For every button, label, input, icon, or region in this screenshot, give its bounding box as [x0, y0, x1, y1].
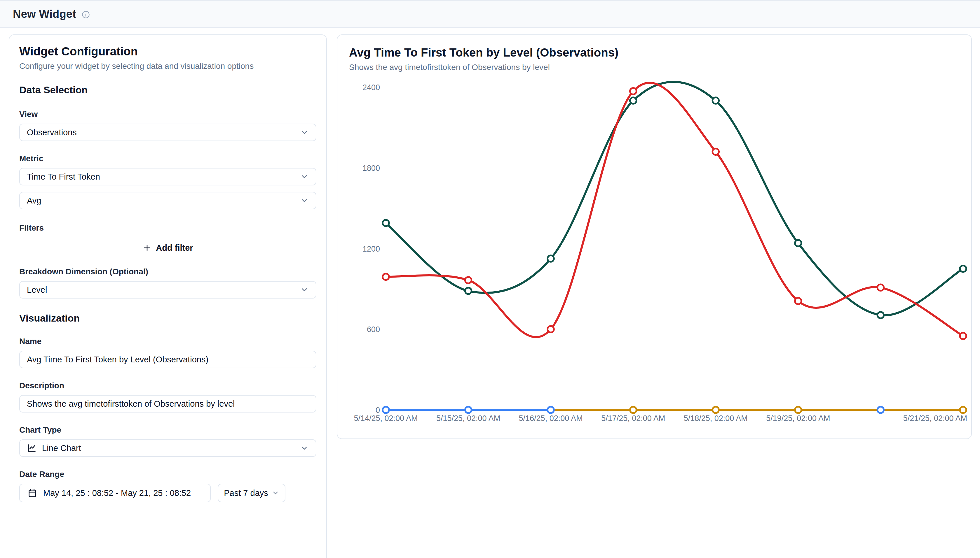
chevron-down-icon [300, 172, 309, 181]
data-selection-heading: Data Selection [19, 84, 316, 96]
line-chart-icon [27, 443, 37, 453]
filters-label: Filters [19, 223, 316, 233]
svg-text:5/14/25, 02:00 AM: 5/14/25, 02:00 AM [354, 414, 418, 423]
add-filter-label: Add filter [156, 243, 193, 253]
svg-text:5/19/25, 02:00 AM: 5/19/25, 02:00 AM [766, 414, 830, 423]
calendar-icon [28, 488, 37, 498]
view-label: View [19, 110, 316, 119]
svg-text:1200: 1200 [362, 245, 380, 253]
svg-text:5/15/25, 02:00 AM: 5/15/25, 02:00 AM [436, 414, 500, 423]
config-panel-subtitle: Configure your widget by selecting data … [19, 62, 316, 71]
chart-type-select[interactable]: Line Chart [19, 439, 316, 457]
metric-select-value: Time To First Token [27, 172, 100, 182]
description-input[interactable] [19, 395, 316, 412]
svg-text:1800: 1800 [362, 164, 380, 172]
chevron-down-icon [300, 444, 309, 453]
breakdown-dimension-select[interactable]: Level [19, 281, 316, 299]
date-range-label: Date Range [19, 470, 316, 479]
main-content: Widget Configuration Configure your widg… [0, 28, 980, 558]
add-filter-button[interactable]: Add filter [124, 240, 212, 255]
view-select[interactable]: Observations [19, 124, 316, 141]
breakdown-dimension-label: Breakdown Dimension (Optional) [19, 267, 316, 276]
page-title: New Widget [13, 8, 76, 20]
breakdown-dimension-value: Level [27, 285, 47, 295]
chart-type-value: Line Chart [42, 443, 81, 453]
chart-title: Avg Time To First Token by Level (Observ… [349, 46, 960, 59]
aggregation-select[interactable]: Avg [19, 192, 316, 209]
svg-text:5/16/25, 02:00 AM: 5/16/25, 02:00 AM [519, 414, 583, 423]
date-range-value: May 14, 25 : 08:52 - May 21, 25 : 08:52 [43, 488, 191, 498]
metric-label: Metric [19, 154, 316, 163]
info-icon[interactable] [81, 10, 90, 19]
metric-select[interactable]: Time To First Token [19, 168, 316, 185]
date-range-button[interactable]: May 14, 25 : 08:52 - May 21, 25 : 08:52 [19, 484, 211, 502]
name-label: Name [19, 337, 316, 346]
aggregation-select-value: Avg [27, 196, 41, 205]
chart-preview-panel: Avg Time To First Token by Level (Observ… [337, 34, 972, 439]
page-header: New Widget [0, 0, 980, 28]
plus-icon [142, 243, 152, 253]
widget-configuration-panel: Widget Configuration Configure your widg… [9, 34, 327, 558]
svg-text:5/18/25, 02:00 AM: 5/18/25, 02:00 AM [684, 414, 748, 423]
svg-text:0: 0 [376, 406, 380, 415]
chevron-down-icon [300, 128, 309, 137]
visualization-heading: Visualization [19, 312, 316, 324]
date-range-row: May 14, 25 : 08:52 - May 21, 25 : 08:52 … [19, 484, 316, 502]
chevron-down-icon [272, 489, 279, 497]
svg-text:600: 600 [367, 325, 380, 334]
date-preset-button[interactable]: Past 7 days [218, 484, 285, 502]
name-input[interactable] [19, 351, 316, 368]
svg-text:5/17/25, 02:00 AM: 5/17/25, 02:00 AM [601, 414, 665, 423]
chart-type-label: Chart Type [19, 425, 316, 435]
date-preset-value: Past 7 days [224, 488, 268, 498]
svg-text:2400: 2400 [362, 83, 380, 92]
config-panel-title: Widget Configuration [19, 45, 316, 58]
line-chart: 06001200180024005/14/25, 02:00 AM5/15/25… [338, 79, 972, 437]
chart-subtitle: Shows the avg timetofirsttoken of Observ… [349, 63, 960, 72]
description-label: Description [19, 381, 316, 391]
chevron-down-icon [300, 196, 309, 205]
svg-text:5/21/25, 02:00 AM: 5/21/25, 02:00 AM [903, 414, 967, 423]
view-select-value: Observations [27, 128, 77, 137]
chevron-down-icon [300, 286, 309, 294]
